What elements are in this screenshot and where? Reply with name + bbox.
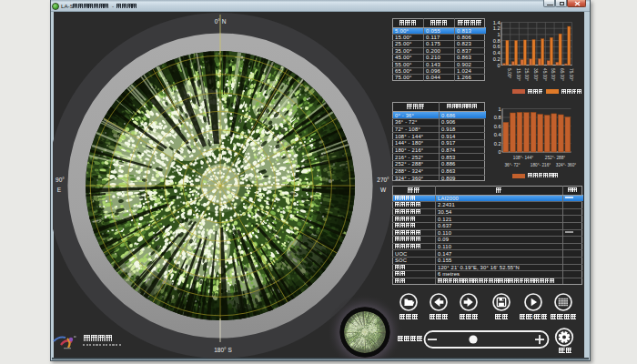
svg-text:0.2: 0.2	[493, 56, 500, 62]
svg-text:180°- 216°: 180°- 216°	[531, 163, 551, 167]
svg-text:90°: 90°	[56, 177, 65, 183]
svg-text:0.6: 0.6	[494, 124, 501, 129]
svg-text:E: E	[57, 187, 62, 193]
svg-text:55.00°: 55.00°	[551, 68, 555, 81]
svg-text:5.00°: 5.00°	[507, 68, 511, 78]
svg-text:0° N: 0° N	[215, 18, 227, 25]
svg-text:0.4: 0.4	[493, 50, 500, 56]
svg-text:15.00°: 15.00°	[516, 68, 521, 81]
svg-text:1: 1	[498, 106, 500, 112]
svg-text:0.6: 0.6	[493, 44, 500, 49]
svg-text:45.00°: 45.00°	[542, 68, 547, 81]
svg-text:35.00°: 35.00°	[533, 68, 538, 81]
svg-text:36°- 72°: 36°- 72°	[504, 163, 520, 167]
svg-text:0.4: 0.4	[494, 132, 501, 137]
svg-text:65.00°: 65.00°	[560, 68, 564, 81]
svg-text:W: W	[380, 187, 387, 193]
svg-text:1: 1	[497, 32, 500, 37]
svg-text:270°: 270°	[377, 177, 389, 183]
svg-text:0.8: 0.8	[493, 38, 500, 44]
svg-text:75.00°: 75.00°	[569, 68, 573, 81]
svg-text:0: 0	[498, 149, 500, 155]
svg-text:180° S: 180° S	[214, 347, 232, 353]
svg-text:0.8: 0.8	[494, 115, 501, 120]
svg-text:108°- 144°: 108°- 144°	[513, 156, 533, 160]
svg-text:252°- 288°: 252°- 288°	[545, 156, 565, 160]
svg-text:1.2: 1.2	[493, 25, 500, 31]
svg-text:0.2: 0.2	[494, 141, 501, 147]
svg-text:25.00°: 25.00°	[524, 68, 529, 81]
svg-text:324°- 360°: 324°- 360°	[556, 163, 576, 167]
svg-text:1.4: 1.4	[493, 20, 500, 25]
svg-text:0: 0	[497, 63, 500, 68]
